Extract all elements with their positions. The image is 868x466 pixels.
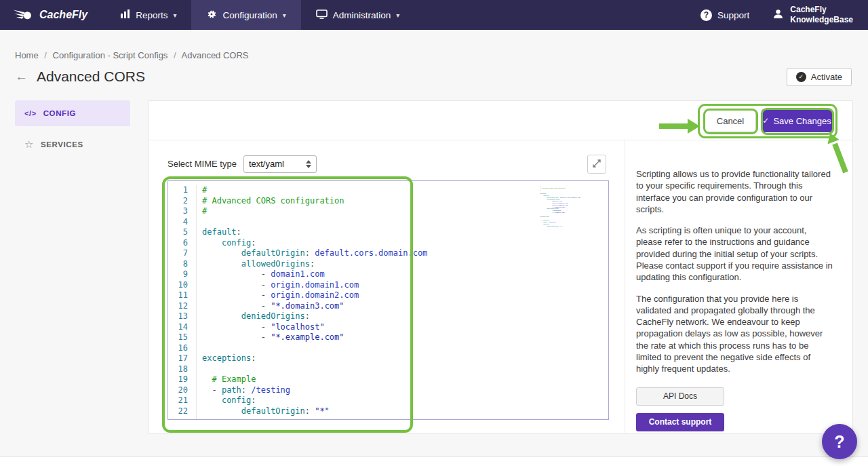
line-number: 14 <box>168 322 188 333</box>
card-header: Cancel ✓ Save Changes <box>149 101 852 140</box>
code-line: - "*.example.com" <box>202 332 608 343</box>
nav-item-label: Configuration <box>222 10 277 20</box>
line-number: 1 <box>168 185 188 196</box>
line-number: 16 <box>168 343 188 354</box>
brand-label: CacheFly <box>39 9 87 21</box>
line-number: 6 <box>168 238 188 249</box>
nav-item-reports[interactable]: Reports ▾ <box>105 0 191 30</box>
line-number: 3 <box>168 206 188 217</box>
code-line <box>202 343 608 354</box>
code-line: exceptions: <box>202 353 608 364</box>
code-editor[interactable]: 12345678910111213141516171819202122 ## A… <box>167 180 609 420</box>
code-line: defaultOrigin: "*" <box>202 406 608 417</box>
sidebar-item-label: SERVICES <box>41 140 83 149</box>
code-line: - "localhost" <box>202 322 608 333</box>
support-label: Support <box>717 10 749 20</box>
support-button[interactable]: ? Support <box>687 0 763 30</box>
info-paragraph: As scripting is often unique to your acc… <box>636 225 835 283</box>
line-number: 8 <box>168 259 188 270</box>
chevron-down-icon: ▾ <box>283 12 286 19</box>
console-icon <box>316 9 328 21</box>
mime-type-value: text/yaml <box>249 159 284 169</box>
back-arrow-icon[interactable]: ← <box>15 69 28 84</box>
sidebar-item-config[interactable]: </> CONFIG <box>15 100 130 126</box>
code-line: config: <box>202 395 608 406</box>
title-row: ← Advanced CORS ✓ Activate <box>15 66 852 88</box>
mime-type-row: Select MIME type text/yaml <box>167 155 317 173</box>
chevron-down-icon: ▾ <box>173 12 176 19</box>
breadcrumb-separator: / <box>174 50 176 60</box>
user-icon <box>772 8 784 22</box>
content-card: Cancel ✓ Save Changes Select MIME type t… <box>148 100 853 434</box>
code-icon: </> <box>24 109 37 117</box>
code-line: - origin.domain2.com <box>202 290 608 301</box>
line-number: 20 <box>168 385 188 396</box>
expand-editor-button[interactable] <box>587 155 606 174</box>
sidebar-item-label: CONFIG <box>43 109 76 117</box>
account-label: CacheFly KnowledgeBase <box>790 5 853 25</box>
code-line: - path: /testing <box>202 385 608 396</box>
line-number: 21 <box>168 395 188 406</box>
line-number: 15 <box>168 332 188 343</box>
save-changes-button[interactable]: ✓ Save Changes <box>762 109 832 132</box>
code-line: - domain1.com <box>202 269 608 280</box>
line-number: 5 <box>168 227 188 238</box>
breadcrumb-separator: / <box>44 50 47 60</box>
breadcrumb: Home / Configuration - Script Configs / … <box>15 50 249 60</box>
info-panel: Scripting allows us to provide functiona… <box>625 140 836 433</box>
line-number: 12 <box>168 301 188 312</box>
code-line: allowedOrigins: <box>202 259 608 270</box>
line-number: 7 <box>168 248 188 259</box>
bar-chart-icon <box>120 9 130 20</box>
code-line: defaultOrigin: "*" <box>540 225 580 227</box>
nav-item-configuration[interactable]: Configuration ▾ <box>191 0 300 30</box>
line-number: 10 <box>168 280 188 291</box>
mime-type-select[interactable]: text/yaml <box>243 155 317 173</box>
page-title: Advanced CORS <box>37 69 145 85</box>
line-number: 19 <box>168 374 188 385</box>
nav-item-administration[interactable]: Administration ▾ <box>301 0 415 30</box>
nav-item-label: Reports <box>136 10 167 20</box>
breadcrumb-home[interactable]: Home <box>15 50 39 60</box>
sidebar: </> CONFIG ☆ SERVICES <box>15 100 130 163</box>
code-line: - "*.domain3.com" <box>202 301 608 312</box>
line-number: 17 <box>168 353 188 364</box>
breadcrumb-script-configs[interactable]: Configuration - Script Configs <box>53 50 168 60</box>
footer-bar <box>0 457 868 466</box>
code-line: # Example <box>202 374 608 385</box>
select-arrows-icon <box>306 160 311 168</box>
info-paragraph: The configuration that you provide here … <box>636 293 835 375</box>
api-docs-button[interactable]: API Docs <box>636 387 724 406</box>
navbar-right: ? Support CacheFly KnowledgeBase <box>687 0 868 30</box>
activate-button[interactable]: ✓ Activate <box>787 68 852 86</box>
breadcrumb-current: Advanced CORS <box>182 50 249 60</box>
sidebar-item-services[interactable]: ☆ SERVICES <box>15 132 130 157</box>
brand[interactable]: CacheFly <box>0 0 105 30</box>
code-line <box>202 364 608 375</box>
line-number: 11 <box>168 290 188 301</box>
line-number: 13 <box>168 311 188 322</box>
mime-type-label: Select MIME type <box>167 159 237 169</box>
line-number: 9 <box>168 269 188 280</box>
help-button[interactable]: ? <box>822 424 857 459</box>
navbar: CacheFly Reports ▾ Configuration ▾ Admin… <box>0 0 868 30</box>
editor-gutter: 12345678910111213141516171819202122 <box>168 185 197 419</box>
minimap-content: ## Advanced CORS configuration# default:… <box>540 185 580 227</box>
account-menu[interactable]: CacheFly KnowledgeBase <box>763 0 868 30</box>
star-icon: ☆ <box>24 138 34 151</box>
check-circle-icon: ✓ <box>796 72 806 82</box>
question-circle-icon: ? <box>701 9 712 21</box>
nav-item-label: Administration <box>333 10 391 20</box>
contact-support-button[interactable]: Contact support <box>636 413 724 431</box>
cancel-button[interactable]: Cancel <box>705 109 756 132</box>
chevron-down-icon: ▾ <box>396 12 399 19</box>
line-number: 4 <box>168 217 188 228</box>
cachefly-logo-icon <box>12 6 34 24</box>
editor-minimap[interactable]: ## Advanced CORS configuration# default:… <box>540 185 580 246</box>
line-number: 18 <box>168 364 188 375</box>
code-line: - origin.domain1.com <box>202 280 608 291</box>
line-number: 22 <box>168 406 188 417</box>
gear-icon <box>206 9 217 22</box>
expand-icon <box>593 159 601 170</box>
check-icon: ✓ <box>762 116 769 125</box>
